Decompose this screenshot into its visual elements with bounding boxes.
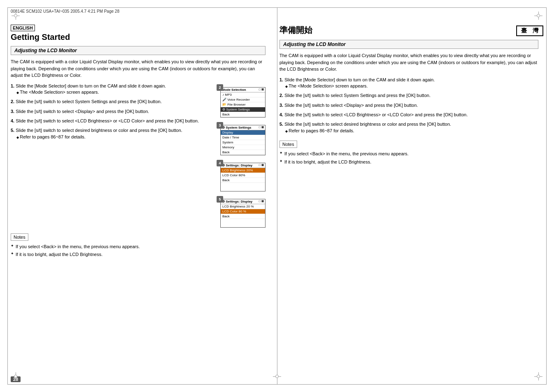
screen-3-row-memory: Memory	[221, 145, 265, 150]
left-steps-text: 1. Slide the [Mode Selector] down to tur…	[11, 83, 216, 230]
left-intro: The CAM is equipped with a color Liquid …	[11, 58, 265, 79]
screen-2-row-back: Back	[221, 112, 265, 117]
english-label: ENGLISH	[11, 25, 35, 31]
left-column: ENGLISH Getting Started Adjusting the LC…	[11, 25, 265, 376]
crosshair-tr	[534, 12, 542, 20]
right-note-2: If it is too bright, adjust the LCD Brig…	[279, 159, 538, 166]
left-step-5: 5. Slide the [s/t] switch to select desi…	[11, 127, 216, 140]
right-intro: The CAM is equipped with a color Liquid …	[279, 52, 538, 73]
right-step-2: 2. Slide the [s/t] switch to select Syst…	[279, 92, 538, 99]
screen-2-header: Mode Selection □ ⊠	[221, 88, 265, 92]
left-steps-container: 1. Slide the [Mode Selector] down to tur…	[11, 83, 265, 230]
screen-5-header: ⚙ Settings: Display □ ⊠	[221, 199, 265, 204]
left-step-2: 2. Slide the [s/t] switch to select Syst…	[11, 99, 216, 105]
vertical-divider	[277, 7, 277, 385]
screen-3-header: ⚙ System Settings □ ⊠	[221, 125, 265, 130]
file-info: 00814E SCM102 USA+TAI~035 2005.4.7 4:21 …	[11, 9, 119, 14]
crosshair-tl	[12, 12, 20, 20]
screen-4-header: ⚙ Settings: Display □ ⊠	[221, 163, 265, 168]
screen-4-row-color: LCD Color 80%	[221, 173, 265, 178]
screen-2: 2 Mode Selection □ ⊠ ♪ MP3 🎤 Voice Recor…	[220, 87, 265, 118]
screen-2-row-system: ⚙ System Settings	[221, 107, 265, 112]
screen-3-row-back: Back	[221, 150, 265, 155]
screen-2-row-file: 📂 File Browser	[221, 102, 265, 107]
screen-3-row-system: System	[221, 140, 265, 145]
screen-5-row-color: LCD Color 80 %	[221, 209, 265, 214]
left-title: Getting Started	[11, 32, 265, 42]
right-step-5: 5. Slide the [s/t] switch to select desi…	[279, 121, 538, 134]
screen-2-row-mp3: ♪ MP3	[221, 92, 265, 97]
left-note-1: If you select <Back> in the menu, the pr…	[11, 243, 265, 250]
screen-3-row-display: Display	[221, 130, 265, 135]
screen-5-row-brightness: LCD Brightness 20 %	[221, 204, 265, 209]
right-step-1: 1. Slide the [Mode Selector] down to tur…	[279, 77, 538, 90]
screen-3-row-datetime: Date / Time	[221, 135, 265, 140]
screen-3-num: 3	[217, 122, 223, 129]
screen-2-num: 2	[217, 84, 223, 91]
left-screens-col: 2 Mode Selection □ ⊠ ♪ MP3 🎤 Voice Recor…	[220, 83, 265, 230]
right-adjusting-box: Adjusting the LCD Monitor	[279, 40, 538, 49]
right-step-4: 4. Slide the [s/t] switch to select <LCD…	[279, 112, 538, 118]
right-note-1: If you select <Back> in the menu, the pr…	[279, 150, 538, 157]
right-title: 準備開始	[279, 25, 538, 36]
screen-4: 4 ⚙ Settings: Display □ ⊠ LCD Brightness…	[220, 163, 265, 191]
right-steps: 1. Slide the [Mode Selector] down to tur…	[279, 77, 538, 134]
screen-5: 5 ⚙ Settings: Display □ ⊠ LCD Brightness…	[220, 199, 265, 228]
left-adjusting-box: Adjusting the LCD Monitor	[11, 46, 265, 55]
screen-4-row-brightness: LCD Brightness 20%	[221, 168, 265, 173]
screen-2-row-voice: 🎤 Voice Recorder	[221, 97, 265, 102]
right-notes-label: Notes	[279, 141, 297, 148]
screen-5-num: 5	[217, 196, 223, 203]
left-step-3: 3. Slide the [s/t] switch to select <Dis…	[11, 108, 216, 115]
screen-3: 3 ⚙ System Settings □ ⊠ Display Date / T…	[220, 125, 265, 155]
screen-4-num: 4	[217, 160, 223, 166]
left-step-1: 1. Slide the [Mode Selector] down to tur…	[11, 83, 216, 96]
right-column: 準備開始 Adjusting the LCD Monitor The CAM i…	[279, 25, 538, 376]
left-step-4: 4. Slide the [s/t] switch to select <LCD…	[11, 118, 216, 124]
screen-5-row-back: Back	[221, 214, 265, 219]
left-notes-label: Notes	[11, 233, 28, 241]
right-step-3: 3. Slide the [s/t] switch to select <Dis…	[279, 102, 538, 108]
screen-4-row-back: Back	[221, 178, 265, 183]
left-note-2: If it is too bright, adjust the LCD Brig…	[11, 251, 265, 258]
